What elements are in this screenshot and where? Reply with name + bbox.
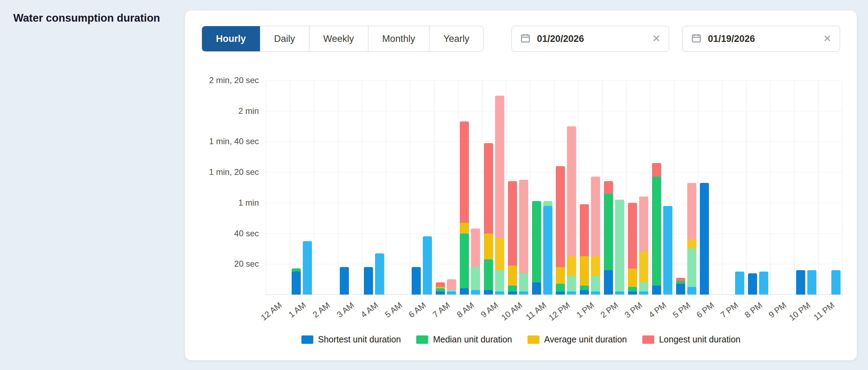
bar-shortest	[423, 236, 432, 295]
y-axis-label: 2 min	[238, 106, 259, 116]
y-axis-label: 1 min	[238, 198, 259, 208]
y-axis-label: 2 min, 20 sec	[209, 75, 259, 85]
date-to-value: 01/19/2026	[708, 34, 755, 44]
calendar-icon	[520, 33, 531, 45]
bar-median	[460, 234, 469, 295]
x-gridline	[386, 80, 386, 295]
bar-shortest	[639, 291, 648, 295]
x-gridline	[650, 80, 650, 295]
x-gridline	[770, 80, 771, 295]
tab-daily[interactable]: Daily	[260, 26, 309, 51]
bar-median	[652, 177, 661, 295]
calendar-icon	[691, 33, 702, 45]
bar-shortest	[556, 291, 565, 295]
bar-shortest	[604, 270, 613, 295]
x-gridline	[818, 80, 818, 295]
date-from-value: 01/20/2026	[537, 34, 584, 44]
bar-shortest	[292, 272, 301, 295]
bar-shortest	[676, 284, 685, 295]
bar-shortest	[303, 241, 312, 295]
legend-label: Average unit duration	[544, 334, 627, 345]
tab-hourly[interactable]: Hourly	[202, 26, 260, 51]
legend-swatch	[642, 335, 654, 344]
clear-date-icon[interactable]: ✕	[823, 34, 831, 44]
bar-shortest	[532, 282, 541, 295]
legend-label: Longest unit duration	[659, 334, 741, 345]
x-gridline	[602, 80, 603, 295]
bar-shortest	[508, 291, 517, 295]
bar-shortest	[831, 270, 840, 295]
bar-median	[532, 201, 541, 295]
x-gridline	[338, 80, 338, 295]
tab-weekly[interactable]: Weekly	[309, 26, 368, 51]
bar-median	[484, 259, 493, 295]
legend-item[interactable]: Average unit duration	[527, 334, 627, 345]
chart-card: HourlyDailyWeeklyMonthlyYearly 01/20/202…	[185, 10, 857, 360]
legend-swatch	[527, 335, 539, 344]
x-gridline	[554, 80, 554, 295]
bar-shortest	[807, 270, 816, 295]
bar-shortest	[460, 288, 469, 295]
bar-shortest	[364, 267, 373, 295]
x-gridline	[362, 80, 362, 295]
legend-item[interactable]: Median unit duration	[416, 334, 512, 345]
x-gridline	[266, 80, 266, 295]
y-axis-label: 40 sec	[234, 229, 259, 238]
bar-shortest	[628, 291, 637, 295]
x-gridline	[674, 80, 674, 295]
view-tabs: HourlyDailyWeeklyMonthlyYearly	[202, 26, 484, 52]
bar-shortest	[735, 272, 744, 295]
x-gridline	[410, 80, 410, 295]
x-gridline	[434, 80, 434, 295]
bar-shortest	[652, 286, 661, 295]
y-axis-label: 20 sec	[234, 259, 259, 269]
x-gridline	[698, 80, 698, 295]
bar-shortest	[591, 291, 600, 295]
bar-shortest	[580, 290, 589, 295]
x-gridline	[314, 80, 314, 295]
x-gridline	[290, 80, 290, 295]
chart-legend: Shortest unit durationMedian unit durati…	[185, 334, 857, 345]
bar-shortest	[436, 291, 445, 295]
y-axis-label: 1 min, 40 sec	[209, 136, 259, 146]
legend-label: Shortest unit duration	[318, 334, 401, 345]
bar-shortest	[471, 290, 480, 295]
bar-shortest	[748, 273, 757, 295]
bar-shortest	[447, 291, 456, 295]
legend-item[interactable]: Shortest unit duration	[301, 334, 401, 345]
x-gridline	[458, 80, 458, 295]
x-gridline	[746, 80, 747, 295]
legend-item[interactable]: Longest unit duration	[642, 334, 741, 345]
bar-shortest	[375, 253, 384, 295]
bar-shortest	[567, 291, 576, 295]
plot-area: 20 sec40 sec1 min1 min, 20 sec1 min, 40 …	[266, 80, 842, 295]
date-from-field[interactable]: 01/20/2026 ✕	[511, 26, 669, 52]
bar-median	[615, 200, 624, 295]
date-to-field[interactable]: 01/19/2026 ✕	[682, 26, 840, 52]
x-gridline	[842, 80, 843, 295]
bar-shortest	[700, 183, 709, 295]
x-gridline	[506, 80, 506, 295]
bar-shortest	[615, 291, 624, 295]
bar-shortest	[796, 270, 805, 295]
bar-shortest	[340, 267, 349, 295]
tab-yearly[interactable]: Yearly	[429, 26, 483, 51]
x-gridline	[722, 80, 723, 295]
bar-shortest	[687, 287, 696, 295]
x-gridline	[578, 80, 578, 295]
y-axis-label: 1 min, 20 sec	[209, 167, 259, 177]
bar-shortest	[543, 206, 552, 295]
legend-swatch	[416, 335, 428, 344]
bar-shortest	[495, 291, 504, 295]
bar-shortest	[412, 267, 421, 295]
clear-date-icon[interactable]: ✕	[652, 34, 660, 44]
x-gridline	[482, 80, 482, 295]
x-gridline	[794, 80, 794, 295]
bar-shortest	[759, 272, 768, 295]
toolbar: HourlyDailyWeeklyMonthlyYearly 01/20/202…	[202, 26, 840, 52]
x-gridline	[530, 80, 530, 295]
bar-shortest	[663, 206, 672, 295]
x-gridline	[626, 80, 627, 295]
bar-shortest	[519, 291, 528, 295]
tab-monthly[interactable]: Monthly	[368, 26, 430, 51]
